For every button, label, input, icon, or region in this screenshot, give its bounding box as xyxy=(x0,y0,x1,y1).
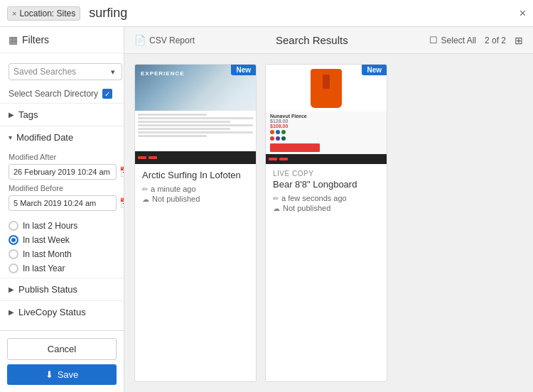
filters-title: Filters xyxy=(22,34,49,45)
save-button[interactable]: ⬇ Save xyxy=(7,364,117,385)
publish-status-caret-icon: ▶ xyxy=(9,285,14,293)
directory-checkbox[interactable]: ✓ xyxy=(102,89,112,99)
sidebar: ▦ Filters Saved Searches ▾ Select Search… xyxy=(0,27,124,392)
tags-label: Tags xyxy=(18,109,38,120)
modified-before-input[interactable] xyxy=(9,195,117,211)
modified-date-header[interactable]: ▾ Modified Date xyxy=(0,126,124,148)
right-panel: 📄 CSV Report Search Results ☐ Select All… xyxy=(124,27,533,392)
modified-after-calendar-icon[interactable]: 📅 xyxy=(119,166,124,178)
color-swatch-green xyxy=(281,130,286,134)
card1-preview: EXPERIENCE xyxy=(135,65,256,164)
close-tag-icon[interactable]: × xyxy=(12,9,16,18)
saved-searches-select[interactable]: Saved Searches xyxy=(9,63,122,80)
modified-date-caret-icon: ▾ xyxy=(9,134,12,141)
csv-report-action[interactable]: 📄 CSV Report xyxy=(134,35,195,45)
card1-footer-dot xyxy=(138,156,146,159)
saved-searches-row: Saved Searches ▾ xyxy=(0,59,124,85)
card1-line-2 xyxy=(138,117,253,119)
publish-status-label: Publish Status xyxy=(18,284,77,295)
tags-section-header[interactable]: ▶ Tags xyxy=(0,104,124,126)
card1-line-7 xyxy=(138,135,207,137)
radio-last-week[interactable]: In last Week xyxy=(9,235,115,245)
search-directory-row[interactable]: Select Search Directory ✓ xyxy=(0,85,124,103)
card2-live-copy-label: LIVE COPY xyxy=(273,170,379,178)
result-card-1[interactable]: EXPERIENCE xyxy=(134,64,257,382)
select-all-action[interactable]: ☐ Select All xyxy=(429,35,476,45)
card2-color-swatches xyxy=(270,130,382,134)
radio-label-year: In last Year xyxy=(23,263,65,273)
color-swatch-orange xyxy=(270,130,274,134)
sidebar-content: Saved Searches ▾ Select Search Directory… xyxy=(0,53,124,330)
card1-edit-icon: ✏ xyxy=(142,185,148,193)
livecopy-status-section[interactable]: ▶ LiveCopy Status xyxy=(0,300,124,323)
modified-after-input[interactable] xyxy=(9,164,117,180)
radio-last-2-hours[interactable]: In last 2 Hours xyxy=(9,221,115,231)
main-layout: ▦ Filters Saved Searches ▾ Select Search… xyxy=(0,27,533,392)
cancel-button[interactable]: Cancel xyxy=(7,338,117,360)
radio-label-week: In last Week xyxy=(23,235,70,245)
card2-new-badge: New xyxy=(362,65,387,75)
card1-timestamp-meta: ✏ a minute ago xyxy=(142,185,249,193)
card1-status: Not published xyxy=(152,195,200,203)
select-all-label: Select All xyxy=(441,36,476,45)
csv-report-label: CSV Report xyxy=(149,36,195,45)
card1-timestamp: a minute ago xyxy=(151,185,196,193)
time-radio-group: In last 2 Hours In last Week In last Mon… xyxy=(0,217,124,278)
filter-icon: ▦ xyxy=(9,34,18,45)
card1-title: Arctic Surfing In Lofoten xyxy=(142,170,249,180)
card1-line-1 xyxy=(138,114,207,116)
modified-date-section: ▾ Modified Date Modified After 📅 Modifie… xyxy=(0,126,124,278)
top-bar: × Location: Sites surfing × xyxy=(0,0,533,27)
card2-timestamp-meta: ✏ a few seconds ago xyxy=(273,194,379,202)
radio-label-2hours: In last 2 Hours xyxy=(23,221,77,231)
location-tag[interactable]: × Location: Sites xyxy=(7,6,80,21)
card2-price: $108.00 xyxy=(270,124,382,129)
card2-status-meta: ☁ Not published xyxy=(273,204,379,212)
color-swatch-purple xyxy=(276,136,280,141)
results-count: 2 of 2 xyxy=(485,36,506,45)
sidebar-footer: Cancel ⬇ Save xyxy=(0,330,124,392)
modified-before-label: Modified Before xyxy=(9,184,115,192)
results-grid: EXPERIENCE xyxy=(124,54,533,392)
window-close-button[interactable]: × xyxy=(519,7,526,20)
modified-after-label: Modified After xyxy=(9,153,115,161)
publish-status-section[interactable]: ▶ Publish Status xyxy=(0,278,124,300)
card2-product-name: $128.00 xyxy=(270,119,382,124)
search-query: surfing xyxy=(89,6,127,21)
card2-thumbnail: Nunavut Fleece $128.00 $108.00 xyxy=(266,65,387,164)
location-label: Location: Sites xyxy=(19,9,75,18)
csv-icon: 📄 xyxy=(134,35,146,45)
radio-label-month: In last Month xyxy=(23,249,72,259)
radio-circle-year xyxy=(9,263,18,273)
card1-line-6 xyxy=(138,131,253,134)
tags-section: ▶ Tags xyxy=(0,103,124,126)
radio-circle-week xyxy=(9,235,18,245)
card2-brand: Nunavut Fleece xyxy=(270,114,382,119)
grid-view-icon[interactable]: ⊞ xyxy=(515,35,523,46)
color-swatch-teal xyxy=(281,136,286,141)
result-card-2[interactable]: Nunavut Fleece $128.00 $108.00 xyxy=(265,64,387,382)
radio-last-year[interactable]: In last Year xyxy=(9,263,115,273)
radio-circle-month xyxy=(9,249,18,259)
card1-line-5 xyxy=(138,128,230,130)
modified-before-calendar-icon[interactable]: 📅 xyxy=(119,197,124,209)
card2-footer-bar xyxy=(266,154,387,164)
select-all-icon: ☐ xyxy=(429,35,438,45)
directory-label: Select Search Directory xyxy=(9,89,98,99)
card1-line-3 xyxy=(138,121,230,123)
livecopy-status-caret-icon: ▶ xyxy=(9,308,14,316)
card2-preview: Nunavut Fleece $128.00 $108.00 xyxy=(266,65,387,164)
modified-before-row: 📅 xyxy=(9,195,115,211)
card2-footer-dot2 xyxy=(279,158,288,160)
modified-date-body: Modified After 📅 Modified Before 📅 xyxy=(0,153,124,217)
card1-footer-bar xyxy=(135,151,256,164)
card2-product-info: Nunavut Fleece $128.00 $108.00 xyxy=(266,111,387,154)
card2-jacket-image xyxy=(311,69,342,108)
card1-new-badge: New xyxy=(231,65,256,75)
save-label: Save xyxy=(58,369,79,380)
results-title: Search Results xyxy=(203,34,421,46)
radio-last-month[interactable]: In last Month xyxy=(9,249,115,259)
card1-info: Arctic Surfing In Lofoten ✏ a minute ago… xyxy=(135,164,256,210)
results-header: 📄 CSV Report Search Results ☐ Select All… xyxy=(124,27,533,54)
card1-status-meta: ☁ Not published xyxy=(142,195,249,203)
